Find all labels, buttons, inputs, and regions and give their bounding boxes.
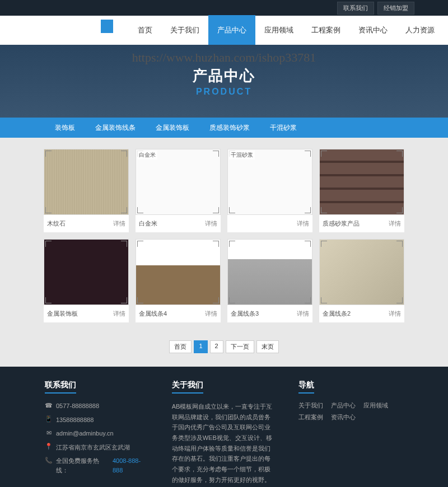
page-first[interactable]: 首页 [169,340,192,353]
footer: 联系我们 ☎0577-88888888 📱13588888888 ✉admin@… [0,367,448,487]
product-card[interactable]: 干混砂浆 详情 [227,149,312,232]
page-2[interactable]: 2 [210,340,223,353]
category-item[interactable]: 金属装饰板 [146,123,199,133]
page-last[interactable]: 末页 [256,340,279,353]
detail-link[interactable]: 详情 [389,310,401,318]
product-name: 质感砂浆产品 [323,219,360,228]
detail-link[interactable]: 详情 [297,310,309,318]
product-image [319,149,404,215]
location-icon: 📍 [45,443,53,451]
product-card[interactable]: 白金米 白金米详情 [136,149,221,232]
page-next[interactable]: 下一页 [226,340,254,353]
watermark-text: https://www.huzhan.com/ishop33781 [0,50,448,65]
contact-tel: 0577-88888888 [56,401,99,411]
product-name: 金属线条4 [139,310,167,318]
hotline-icon: 📞 [45,456,53,464]
product-image [44,149,129,215]
category-item[interactable]: 金属装饰线条 [85,123,146,133]
logo[interactable] [101,20,113,33]
footer-nav-link[interactable]: 资讯中心 [331,413,356,422]
category-bar: 装饰板 金属装饰线条 金属装饰板 质感装饰砂浆 干混砂浆 [0,118,448,138]
footer-about-text: AB模板网自成立以来，一直专注于互联网品牌建设，我们团队的成员曾务于国内优秀广告… [172,401,277,485]
product-card[interactable]: 金属线条3详情 [227,239,312,322]
mobile-icon: 📱 [45,415,53,423]
detail-link[interactable]: 详情 [205,219,217,228]
topbar: 联系我们 经销加盟 [0,0,448,16]
page-1[interactable]: 1 [194,340,207,353]
product-grid: 木纹石详情 白金米 白金米详情 干混砂浆 详情 质感砂浆产品详情 金属装饰板详情… [0,138,448,334]
franchise-button[interactable]: 经销加盟 [377,2,414,15]
footer-nav: 导航 关于我们 产品中心 应用领域 工程案例 资讯中心 [298,380,403,487]
product-card[interactable]: 金属装饰板详情 [44,239,129,322]
product-name: 木纹石 [47,219,66,228]
product-card[interactable]: 质感砂浆产品详情 [319,149,404,232]
contact-mobile: 13588888888 [56,415,94,425]
product-name: 金属装饰板 [47,310,78,318]
product-name: 金属线条3 [231,310,259,318]
product-name: 金属线条2 [323,310,351,318]
detail-link[interactable]: 详情 [297,219,309,228]
footer-nav-link[interactable]: 关于我们 [298,401,323,410]
product-card[interactable]: 金属线条2详情 [319,239,404,322]
product-image: 干混砂浆 [227,149,312,215]
nav-applications[interactable]: 应用领域 [255,15,302,45]
footer-nav-title: 导航 [298,380,314,394]
phone-icon: ☎ [45,401,53,409]
category-item[interactable]: 质感装饰砂浆 [199,123,260,133]
footer-nav-link[interactable]: 产品中心 [331,401,356,410]
nav-news[interactable]: 资讯中心 [349,15,396,45]
detail-link[interactable]: 详情 [389,219,401,228]
product-image [319,239,404,305]
footer-nav-link[interactable]: 应用领域 [363,401,388,410]
footer-contact: 联系我们 ☎0577-88888888 📱13588888888 ✉admin@… [45,380,150,487]
detail-link[interactable]: 详情 [205,310,217,318]
nav-about[interactable]: 关于我们 [161,15,208,45]
footer-contact-title: 联系我们 [45,380,76,394]
product-card[interactable]: 木纹石详情 [44,149,129,232]
banner-subtitle: PRODUCT [196,87,252,97]
banner-title: 产品中心 [193,66,255,86]
hotline-label: 全国免费服务热线： [56,456,109,475]
nav-home[interactable]: 首页 [129,15,161,45]
nav-products[interactable]: 产品中心 [208,15,255,45]
nav-menu: 首页 关于我们 产品中心 应用领域 工程案例 资讯中心 人力资源 [129,15,444,45]
image-label: 白金米 [137,151,157,160]
footer-about-title: 关于我们 [172,380,203,394]
product-image [44,239,129,305]
product-image [136,239,221,305]
contact-email: admin@adminbuy.cn [56,429,114,438]
pagination: 首页 1 2 下一页 末页 [0,334,448,367]
footer-about: 关于我们 AB模板网自成立以来，一直专注于互联网品牌建设，我们团队的成员曾务于国… [172,380,277,487]
product-card[interactable]: 金属线条4详情 [136,239,221,322]
contact-address: 江苏省南京市玄武区玄武湖 [56,443,130,452]
category-item[interactable]: 干混砂浆 [260,123,307,133]
contact-us-button[interactable]: 联系我们 [337,2,374,15]
nav-cases[interactable]: 工程案例 [302,15,349,45]
image-label: 干混砂浆 [229,151,255,160]
email-icon: ✉ [45,429,53,437]
product-name: 白金米 [139,219,157,228]
navbar: 首页 关于我们 产品中心 应用领域 工程案例 资讯中心 人力资源 [0,16,448,45]
product-image: 白金米 [136,149,221,215]
nav-hr[interactable]: 人力资源 [396,15,444,45]
detail-link[interactable]: 详情 [113,219,125,228]
detail-link[interactable]: 详情 [113,310,125,318]
category-item[interactable]: 装饰板 [45,123,85,133]
hotline-number: 4008-888-888 [113,456,150,475]
product-image [227,239,312,305]
footer-nav-link[interactable]: 工程案例 [298,413,323,422]
